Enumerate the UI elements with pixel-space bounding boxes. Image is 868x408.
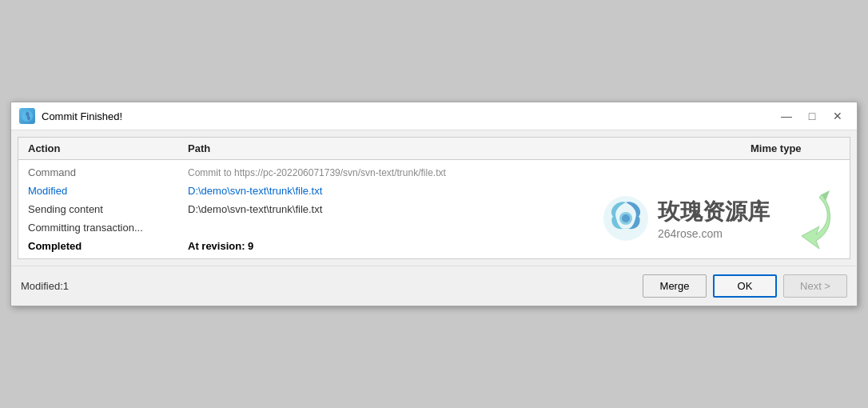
svg-point-3: [622, 214, 630, 222]
main-window: Commit Finished! — □ ✕ Action Path Mime …: [10, 102, 858, 306]
merge-button[interactable]: Merge: [643, 274, 707, 298]
rose-logo-icon: [602, 194, 650, 242]
title-controls: — □ ✕: [775, 107, 849, 125]
title-bar: Commit Finished! — □ ✕: [11, 102, 857, 130]
header-action: Action: [25, 141, 185, 156]
next-button[interactable]: Next >: [783, 274, 847, 298]
content-area: Action Path Mime type Command Commit to …: [18, 137, 850, 259]
action-cell-0: Command: [25, 165, 185, 180]
watermark-main-text: 玫瑰资源库: [658, 197, 770, 227]
minimize-button[interactable]: —: [775, 107, 798, 125]
action-cell-2: Sending content: [25, 202, 185, 217]
footer-bar: Modified:1 Merge OK Next >: [11, 266, 857, 306]
watermark: 玫瑰资源库 264rose.com: [602, 186, 834, 250]
table-header: Action Path Mime type: [18, 138, 850, 160]
status-text: Modified:1: [21, 280, 69, 292]
action-cell-1[interactable]: Modified: [25, 183, 185, 198]
action-cell-3: Committing transaction...: [25, 220, 185, 235]
watermark-text: 玫瑰资源库 264rose.com: [658, 197, 770, 240]
window-title: Commit Finished!: [42, 110, 122, 122]
mime-cell-0: [747, 171, 843, 174]
header-mime: Mime type: [747, 141, 843, 156]
table-row: Command Commit to https://pc-20220607173…: [18, 163, 850, 182]
app-icon: [19, 108, 35, 124]
close-button[interactable]: ✕: [826, 107, 849, 125]
action-cell-4: Completed: [25, 238, 185, 254]
footer-buttons: Merge OK Next >: [643, 274, 847, 298]
refresh-arrow-icon: [778, 186, 834, 250]
header-path: Path: [185, 141, 747, 156]
maximize-button[interactable]: □: [801, 107, 823, 125]
title-bar-left: Commit Finished!: [19, 108, 122, 124]
path-cell-0: Commit to https://pc-202206071739/svn/sv…: [185, 166, 747, 180]
ok-button[interactable]: OK: [713, 274, 777, 298]
watermark-sub-text: 264rose.com: [658, 227, 723, 240]
